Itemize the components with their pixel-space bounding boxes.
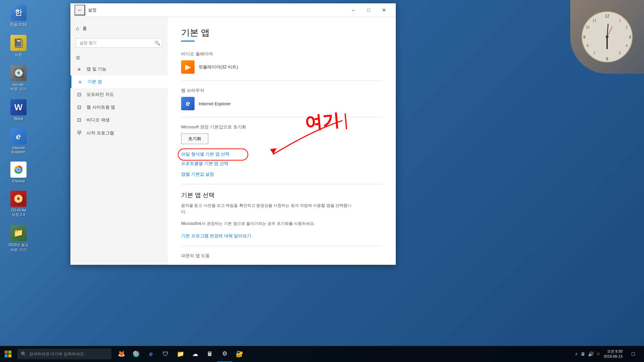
taskbar-icon-cloud[interactable]: ☁ [188, 346, 203, 362]
tray-x-icon[interactable]: ✕ [596, 351, 600, 357]
desktop-icon-chrome[interactable]: Chrome [3, 160, 34, 184]
svg-rect-24 [5, 354, 8, 357]
desktop-icon-word[interactable]: W Word [3, 98, 34, 122]
iso-icon: 💽 [10, 65, 26, 81]
notification-button[interactable]: □ [626, 346, 641, 362]
window-title: 설정 [88, 7, 97, 13]
svg-rect-23 [8, 351, 11, 354]
svg-text:12: 12 [605, 14, 609, 18]
svg-text:11: 11 [592, 19, 596, 22]
hwp-icon: 한 [10, 5, 26, 21]
web-app-name: Internet Explorer [199, 101, 231, 106]
sidebar-item-web-apps[interactable]: ⊡ 웹 사이트용 앱 [70, 101, 168, 114]
default-apps-icon: ≡ [77, 79, 84, 85]
taskbar-icon-chrome[interactable] [129, 346, 144, 362]
taskbar-search-box[interactable]: 🔍 검색하려면 여기에 입력하세요. [17, 349, 111, 359]
svg-text:2: 2 [626, 25, 628, 29]
taskbar-pinned-icons: 🦊 e 🛡 📁 ☁ [114, 346, 247, 362]
taskbar-icon-firefox[interactable]: 🦊 [114, 346, 129, 362]
title-bar: ← 설정 – □ ✕ [70, 3, 396, 17]
search-input[interactable] [76, 38, 162, 48]
close-button[interactable]: ✕ [376, 3, 392, 17]
section2-desc1: 음악을 듣고 사진을 보고 메일을 확인하고 동영상을 시청하는 등의 작업에 … [181, 202, 382, 215]
minimize-button[interactable]: – [345, 3, 361, 17]
window-body: ⌂ 홈 🔍 앱 ≡ 앱 및 기능 ≡ 기본 앱 ⊡ [70, 17, 396, 265]
back-button[interactable]: ← [74, 5, 85, 15]
search-icon[interactable]: 🔍 [155, 41, 160, 46]
desktop-icon-hwp[interactable]: 한 한글 2018 [3, 3, 34, 28]
svg-text:5: 5 [619, 51, 621, 55]
taskbar-icon-folder[interactable]: 📁 [173, 346, 188, 362]
taskbar-icon-key[interactable]: 🔐 [232, 346, 247, 362]
video-app-item[interactable]: ▶ 팟플레이어(32 비트) [181, 60, 382, 74]
taskbar-icon-shield[interactable]: 🛡 [158, 346, 173, 362]
startup-icon: 무 [76, 130, 83, 136]
desktop-icon-ie[interactable]: e Internet Explorer [3, 127, 34, 155]
sidebar-item-apps[interactable]: ≡ 앱 및 기능 [70, 63, 168, 75]
web-browser-item[interactable]: e Internet Explorer [181, 97, 382, 110]
tray-volume-icon[interactable]: 🔊 [588, 351, 594, 357]
file-type-link[interactable]: 파일 형식별 기본 앱 선택 [181, 151, 229, 157]
taskbar-icon-ie[interactable]: e [144, 346, 158, 362]
sidebar-item-video[interactable]: ⊡ 비디오 재생 [70, 114, 168, 126]
note-icon: 📓 [10, 35, 26, 51]
main-content: 기본 앱 비디오 플레이어 ▶ 팟플레이어(32 비트) 웹 브라우저 e In… [168, 17, 396, 265]
sidebar-item-startup[interactable]: 무 시작 프로그램 [70, 126, 168, 139]
svg-text:3: 3 [629, 35, 631, 40]
desktop: 한 한글 2018 📓 뉴런 💽 Iso util· 바로 가기 W Word … [0, 0, 644, 362]
tray-network-icon[interactable]: 🖥 [581, 351, 585, 357]
desktop-icon-note[interactable]: 📓 뉴런 [3, 34, 34, 59]
setup-icon: 📁 [10, 225, 26, 241]
title-underline [181, 41, 195, 42]
desktop-icon-area: 한 한글 2018 📓 뉴런 💽 Iso util· 바로 가기 W Word … [0, 0, 37, 262]
chrome-icon [10, 162, 26, 178]
sidebar-home[interactable]: ⌂ 홈 [70, 22, 168, 35]
system-clock[interactable]: 오전 9:30 2019-06-13 [604, 349, 623, 359]
tray-chevron-icon[interactable]: ∧ [575, 352, 578, 356]
potplayer-icon: ▶ [181, 60, 195, 74]
notification-icon: □ [632, 351, 635, 357]
clock-time: 오전 9:30 [604, 349, 623, 354]
reset-button[interactable]: 초기화 [181, 133, 208, 144]
desktop-icon-cdrom[interactable]: 📀 CD-ROM 성징 2.0 [3, 189, 34, 219]
desktop-icon-iso[interactable]: 💽 Iso util· 바로 가기 [3, 64, 34, 93]
taskbar-icon-settings[interactable]: ⚙ [217, 346, 232, 362]
svg-text:4: 4 [626, 44, 628, 48]
apps-icon: ≡ [76, 66, 83, 72]
system-tray: ∧ 🖥 🔊 ✕ [575, 351, 600, 357]
start-button[interactable] [0, 346, 16, 362]
sidebar-item-offline-maps[interactable]: ⊡ 오프라인 지도 [70, 88, 168, 101]
svg-text:6: 6 [606, 57, 608, 61]
clock-face: 12 3 6 9 1 2 4 5 11 10 8 7 [580, 10, 634, 64]
svg-point-19 [606, 36, 608, 38]
page-title: 기본 앱 [181, 27, 382, 39]
web-apps-icon: ⊡ [76, 104, 83, 110]
svg-rect-22 [5, 351, 8, 354]
taskbar-right-area: ∧ 🖥 🔊 ✕ 오전 9:30 2019-06-13 □ [575, 346, 644, 362]
protocol-link[interactable]: 프로토콜별 기본 앱 선택 [181, 161, 382, 167]
svg-text:9: 9 [583, 35, 586, 40]
divider4 [181, 246, 382, 246]
ms-reset-label: Microsoft 권장 기본값으로 초기화 [181, 124, 382, 130]
clock-widget: 12 3 6 9 1 2 4 5 11 10 8 7 [570, 0, 644, 74]
windows-logo-icon [5, 351, 11, 357]
sidebar: ⌂ 홈 🔍 앱 ≡ 앱 및 기능 ≡ 기본 앱 ⊡ [70, 17, 168, 265]
taskbar-icon-calc[interactable]: 🖩 [203, 346, 217, 362]
video-player-label: 비디오 플레이어 [181, 51, 382, 57]
divider1 [181, 80, 382, 81]
maps-icon: ⊡ [76, 92, 83, 98]
sidebar-search-area: 🔍 [76, 38, 162, 48]
desktop-icon-setup[interactable]: 📁 2019년 설교 바로 가기 [3, 224, 34, 254]
svg-point-2 [17, 168, 20, 171]
divider3 [181, 184, 382, 184]
maximize-button[interactable]: □ [361, 3, 376, 17]
svg-text:7: 7 [593, 51, 595, 55]
search-icon-taskbar: 🔍 [21, 351, 26, 357]
file-type-link-container: 파일 형식별 기본 앱 선택 [181, 151, 382, 157]
sidebar-item-default-apps[interactable]: ≡ 기본 앱 [70, 75, 168, 88]
arrow-annotation-svg [211, 111, 379, 178]
learn-more-link[interactable]: 기본 프로그램 변경에 대해 알아보기 [181, 233, 251, 238]
app-defaults-link[interactable]: 앱별 기본값 설정 [181, 171, 382, 177]
svg-text:10: 10 [586, 25, 590, 29]
svg-point-28 [135, 353, 137, 355]
